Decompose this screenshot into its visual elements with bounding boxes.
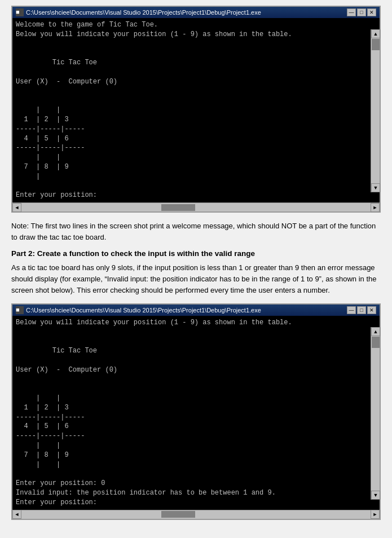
maximize-button-1[interactable]: □ [357,8,366,16]
hscroll-thumb-2[interactable] [161,511,195,518]
app-icon-2: ■ [16,306,24,314]
hscrollbar-1[interactable]: ◄ ► [12,202,380,211]
hscroll-left-2[interactable]: ◄ [12,510,21,519]
part2-text: As a tic tac toe board has only 9 slots,… [11,262,381,296]
console-body-1: Welcome to the game of Tic Tac Toe. Belo… [12,18,380,202]
close-button-1[interactable]: ✕ [367,8,376,16]
scroll-thumb-1[interactable] [372,39,380,50]
titlebar-text-1: C:\Users\shciee\Documents\Visual Studio … [26,9,261,16]
hscroll-right-1[interactable]: ► [371,203,380,212]
scroll-up-2[interactable]: ▲ [371,327,380,336]
scroll-up-1[interactable]: ▲ [371,29,380,38]
hscrollbar-2[interactable]: ◄ ► [12,510,380,519]
maximize-button-2[interactable]: □ [357,306,366,314]
titlebar-1: ■ C:\Users\shciee\Documents\Visual Studi… [12,7,380,18]
scrollbar-1[interactable]: ▲ ▼ [371,29,380,192]
app-icon-1: ■ [16,8,24,16]
console-body-2: Below you will indicate your position (1… [12,316,380,510]
note-text: Note: The first two lines in the screen … [11,221,381,242]
scrollbar-2[interactable]: ▲ ▼ [371,327,380,500]
part2-heading: Part 2: Create a function to check the i… [11,249,381,258]
scroll-down-2[interactable]: ▼ [371,491,380,500]
hscroll-right-2[interactable]: ► [371,510,380,519]
hscroll-left-1[interactable]: ◄ [12,203,21,212]
titlebar-left-2: ■ C:\Users\shciee\Documents\Visual Studi… [16,306,261,314]
titlebar-2: ■ C:\Users\shciee\Documents\Visual Studi… [12,305,380,316]
console-window-2: ■ C:\Users\shciee\Documents\Visual Studi… [11,303,381,520]
hscroll-thumb-1[interactable] [161,204,195,211]
minimize-button-1[interactable]: — [347,8,356,16]
titlebar-text-2: C:\Users\shciee\Documents\Visual Studio … [26,307,261,314]
scroll-down-1[interactable]: ▼ [371,183,380,192]
minimize-button-2[interactable]: — [347,306,356,314]
scroll-thumb-2[interactable] [372,337,380,348]
titlebar-left-1: ■ C:\Users\shciee\Documents\Visual Studi… [16,8,261,16]
close-button-2[interactable]: ✕ [367,306,376,314]
titlebar-buttons-2: — □ ✕ [347,306,376,314]
hscroll-track-1 [21,204,371,211]
console-window-1: ■ C:\Users\shciee\Documents\Visual Studi… [11,6,381,213]
titlebar-buttons-1: — □ ✕ [347,8,376,16]
hscroll-track-2 [21,510,371,518]
